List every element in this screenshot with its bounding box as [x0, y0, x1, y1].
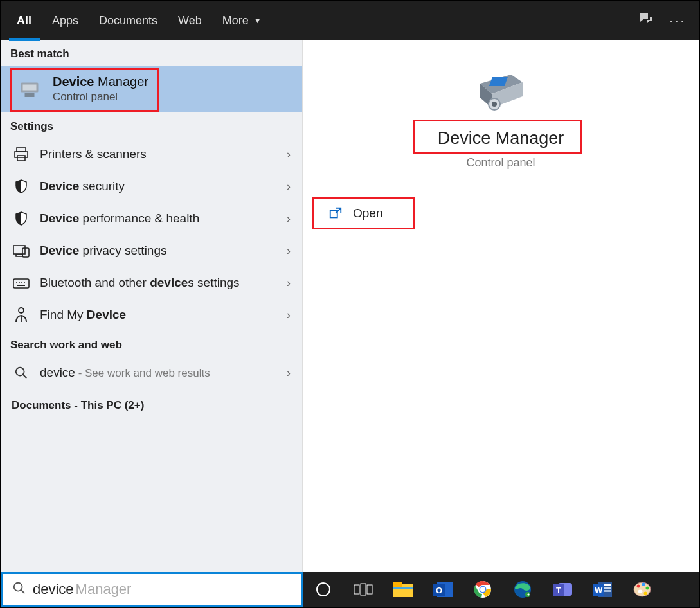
svg-rect-3 — [17, 148, 26, 152]
settings-item-label: Find My Device — [40, 308, 287, 322]
svg-line-18 — [23, 375, 27, 379]
settings-item-label: Printers & scanners — [40, 147, 287, 161]
feedback-icon[interactable] — [638, 12, 654, 30]
privacy-icon — [13, 242, 30, 259]
search-web-text: device - See work and web results — [40, 366, 287, 380]
paint-icon[interactable] — [631, 578, 654, 601]
svg-rect-9 — [13, 279, 29, 288]
tab-apps[interactable]: Apps — [42, 1, 89, 40]
svg-point-24 — [492, 102, 497, 107]
best-match-device-manager[interactable]: Device Manager Control panel — [1, 66, 302, 112]
search-scope-tabs: All Apps Documents Web More▼ ··· — [1, 1, 699, 40]
search-box[interactable]: deviceManager — [1, 572, 303, 607]
svg-rect-14 — [17, 285, 25, 286]
keyboard-icon — [13, 274, 30, 291]
chevron-right-icon: › — [287, 180, 291, 193]
search-suggestion-ghost: Manager — [76, 581, 132, 598]
chrome-icon[interactable] — [471, 578, 494, 601]
shield-icon — [13, 178, 30, 195]
settings-item-label: Bluetooth and other devices settings — [40, 276, 287, 290]
svg-point-15 — [19, 308, 24, 313]
outlook-icon[interactable]: O — [431, 578, 454, 601]
svg-rect-2 — [25, 93, 35, 97]
svg-point-28 — [317, 583, 330, 596]
tab-more[interactable]: More▼ — [212, 1, 272, 40]
svg-point-12 — [21, 282, 22, 283]
preview-pane: Device Manager Control panel Open — [303, 40, 699, 572]
device-manager-large-icon — [472, 68, 529, 117]
svg-rect-4 — [15, 152, 28, 157]
settings-item-2[interactable]: Device performance & health› — [1, 202, 302, 235]
chevron-down-icon: ▼ — [254, 16, 262, 25]
search-web-result[interactable]: device - See work and web results › — [1, 357, 302, 389]
settings-item-label: Device security — [40, 179, 287, 193]
svg-point-10 — [16, 282, 17, 283]
preview-subtitle: Control panel — [466, 156, 535, 170]
svg-rect-5 — [17, 156, 25, 161]
chevron-right-icon: › — [287, 276, 291, 290]
svg-rect-7 — [16, 255, 22, 256]
chevron-right-icon: › — [287, 308, 291, 322]
svg-point-13 — [24, 282, 25, 283]
svg-rect-22 — [489, 77, 508, 86]
open-external-icon — [328, 206, 343, 220]
settings-item-3[interactable]: Device privacy settings› — [1, 235, 302, 267]
svg-text:W: W — [595, 586, 603, 595]
best-match-heading: Best match — [1, 40, 302, 66]
documents-heading: Documents - This PC (2+) — [1, 389, 302, 422]
chevron-right-icon: › — [287, 148, 291, 161]
svg-rect-25 — [330, 210, 337, 217]
svg-point-26 — [14, 583, 22, 591]
svg-point-56 — [644, 592, 647, 595]
cortana-icon[interactable] — [312, 578, 335, 601]
device-manager-icon — [18, 78, 41, 101]
settings-item-0[interactable]: Printers & scanners› — [1, 138, 302, 170]
svg-point-40 — [480, 587, 485, 592]
open-label: Open — [353, 206, 382, 220]
settings-item-label: Device performance & health — [40, 211, 287, 226]
chevron-right-icon: › — [287, 212, 291, 226]
settings-item-4[interactable]: Bluetooth and other devices settings› — [1, 267, 302, 299]
svg-text:O: O — [436, 586, 442, 595]
svg-point-54 — [642, 583, 645, 586]
chevron-right-icon: › — [287, 244, 291, 258]
chevron-right-icon: › — [287, 366, 291, 380]
svg-point-11 — [19, 282, 20, 283]
tab-documents[interactable]: Documents — [89, 1, 168, 40]
settings-heading: Settings — [1, 112, 302, 138]
svg-rect-8 — [22, 248, 29, 257]
taskbar: O T W — [303, 572, 699, 607]
settings-item-label: Device privacy settings — [40, 244, 287, 258]
search-typed-text: device — [33, 581, 74, 598]
svg-point-55 — [646, 587, 649, 590]
tab-all[interactable]: All — [6, 1, 42, 40]
word-icon[interactable]: W — [591, 578, 614, 601]
svg-line-27 — [21, 590, 25, 594]
svg-rect-6 — [13, 246, 25, 254]
best-match-title: Device Manager — [53, 75, 148, 89]
teams-icon[interactable]: T — [551, 578, 574, 601]
shield-icon — [13, 210, 30, 227]
svg-rect-33 — [393, 582, 402, 587]
settings-item-5[interactable]: Find My Device› — [1, 299, 302, 331]
preview-title: Device Manager — [431, 126, 571, 151]
edge-icon[interactable] — [511, 578, 534, 601]
search-icon — [12, 581, 26, 598]
printer-icon — [13, 146, 30, 163]
svg-rect-31 — [367, 585, 372, 594]
bottom-bar: deviceManager O T W — [1, 572, 699, 607]
svg-point-17 — [16, 368, 24, 376]
settings-item-1[interactable]: Device security› — [1, 170, 302, 202]
tab-web[interactable]: Web — [168, 1, 212, 40]
svg-point-53 — [637, 585, 640, 588]
svg-rect-34 — [393, 587, 413, 589]
file-explorer-icon[interactable] — [391, 578, 415, 601]
svg-point-57 — [638, 590, 643, 593]
open-action[interactable]: Open — [303, 192, 699, 235]
svg-rect-1 — [23, 84, 37, 90]
svg-rect-29 — [354, 585, 359, 594]
more-options-icon[interactable]: ··· — [669, 13, 686, 28]
svg-rect-30 — [361, 584, 366, 595]
search-icon — [13, 364, 30, 381]
taskview-icon[interactable] — [352, 578, 375, 601]
